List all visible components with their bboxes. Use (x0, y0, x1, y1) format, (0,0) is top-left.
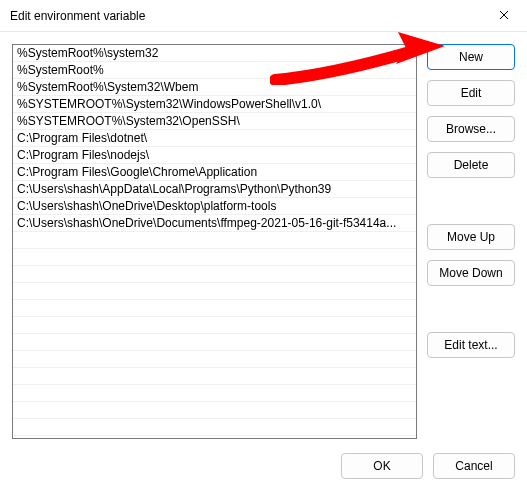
list-item[interactable]: %SystemRoot%\system32 (13, 45, 416, 62)
delete-button[interactable]: Delete (427, 152, 515, 178)
list-item-empty[interactable] (13, 334, 416, 351)
move-down-button[interactable]: Move Down (427, 260, 515, 286)
titlebar: Edit environment variable (0, 0, 527, 32)
list-item-empty[interactable] (13, 266, 416, 283)
list-item[interactable]: C:\Program Files\Google\Chrome\Applicati… (13, 164, 416, 181)
list-item[interactable]: C:\Program Files\nodejs\ (13, 147, 416, 164)
window-title: Edit environment variable (10, 9, 145, 23)
path-listbox[interactable]: %SystemRoot%\system32 %SystemRoot% %Syst… (12, 44, 417, 439)
new-button[interactable]: New (427, 44, 515, 70)
list-item[interactable]: C:\Program Files\dotnet\ (13, 130, 416, 147)
browse-button[interactable]: Browse... (427, 116, 515, 142)
list-item-empty[interactable] (13, 385, 416, 402)
button-column: New Edit Browse... Delete Move Up Move D… (427, 44, 515, 439)
list-item-empty[interactable] (13, 317, 416, 334)
list-item-empty[interactable] (13, 351, 416, 368)
close-button[interactable] (481, 0, 527, 32)
edit-button[interactable]: Edit (427, 80, 515, 106)
list-item-empty[interactable] (13, 232, 416, 249)
list-item-empty[interactable] (13, 249, 416, 266)
list-item[interactable]: %SYSTEMROOT%\System32\WindowsPowerShell\… (13, 96, 416, 113)
cancel-button[interactable]: Cancel (433, 453, 515, 479)
list-item-empty[interactable] (13, 283, 416, 300)
dialog-footer: OK Cancel (0, 439, 527, 479)
list-item[interactable]: %SYSTEMROOT%\System32\OpenSSH\ (13, 113, 416, 130)
edit-text-button[interactable]: Edit text... (427, 332, 515, 358)
dialog-content: %SystemRoot%\system32 %SystemRoot% %Syst… (0, 32, 527, 439)
list-item[interactable]: %SystemRoot% (13, 62, 416, 79)
list-item[interactable]: C:\Users\shash\OneDrive\Desktop\platform… (13, 198, 416, 215)
close-icon (499, 9, 509, 23)
list-item[interactable]: C:\Users\shash\AppData\Local\Programs\Py… (13, 181, 416, 198)
move-up-button[interactable]: Move Up (427, 224, 515, 250)
list-item-empty[interactable] (13, 300, 416, 317)
list-item[interactable]: %SystemRoot%\System32\Wbem (13, 79, 416, 96)
list-item-empty[interactable] (13, 368, 416, 385)
list-item-empty[interactable] (13, 419, 416, 436)
ok-button[interactable]: OK (341, 453, 423, 479)
list-item-empty[interactable] (13, 402, 416, 419)
list-item[interactable]: C:\Users\shash\OneDrive\Documents\ffmpeg… (13, 215, 416, 232)
